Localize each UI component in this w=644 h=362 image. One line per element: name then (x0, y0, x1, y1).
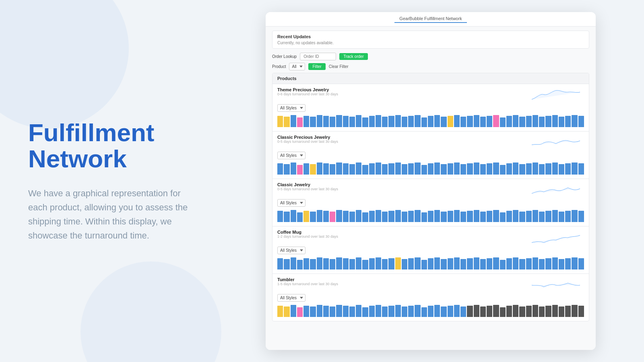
app-body[interactable]: Recent Updates Currently, no updates ava… (266, 27, 596, 350)
bar-chart-1 (277, 162, 584, 175)
sparkline-1 (532, 135, 584, 151)
product-top-row: Classic Jewelry 0-5 days turnaround over… (277, 182, 584, 198)
bar-2-46 (578, 211, 584, 222)
bar-0-28 (460, 117, 466, 127)
bar-3-32 (487, 258, 492, 269)
bar-3-14 (369, 258, 375, 269)
bar-4-43 (559, 306, 564, 317)
bar-1-5 (310, 164, 316, 175)
product-row2-2: All Styles (277, 199, 584, 207)
bar-3-35 (506, 258, 512, 269)
bar-4-28 (460, 306, 466, 317)
styles-select-4[interactable]: All Styles (277, 294, 305, 302)
product-row2-1: All Styles (277, 152, 584, 159)
bar-2-7 (323, 211, 329, 222)
bar-0-15 (376, 115, 381, 127)
product-subtitle-0: 0-6 days turnaround over last 30 days (277, 92, 338, 96)
bar-0-20 (408, 116, 414, 127)
bar-2-3 (297, 212, 303, 222)
app-header-title: GearBubble Fulfillment Network (274, 16, 588, 21)
bar-1-32 (487, 163, 492, 175)
bar-3-20 (408, 258, 414, 269)
bar-1-24 (434, 162, 440, 175)
bar-0-19 (402, 117, 407, 127)
main-description: We have a graphical representation for e… (28, 186, 201, 243)
product-filter-select[interactable]: All (289, 63, 305, 70)
bar-1-7 (323, 163, 329, 175)
bar-2-33 (493, 210, 499, 222)
bar-4-22 (421, 307, 427, 317)
bar-0-11 (349, 117, 355, 127)
product-top-row: Tumbler 1-5 days turnaround over last 30… (277, 277, 584, 293)
bar-3-28 (460, 259, 466, 269)
bar-2-17 (388, 211, 394, 222)
order-lookup-row: Order Lookup Track order (272, 53, 589, 60)
product-name-2: Classic Jewelry (277, 182, 338, 187)
styles-select-3[interactable]: All Styles (277, 247, 305, 254)
bar-chart-0 (277, 114, 584, 127)
bar-2-15 (376, 210, 381, 222)
bar-4-24 (434, 305, 440, 317)
bar-2-45 (572, 210, 577, 222)
products-section: Products Theme Precious Jewelry 0-6 days… (272, 73, 589, 321)
bar-3-10 (343, 258, 349, 269)
bar-0-39 (533, 115, 538, 127)
filter-button[interactable]: Filter (308, 63, 325, 70)
bar-1-39 (533, 162, 538, 175)
product-filter-label: Product (272, 64, 286, 69)
bar-3-22 (421, 260, 427, 269)
styles-select-1[interactable]: All Styles (277, 152, 305, 159)
styles-select-2[interactable]: All Styles (277, 199, 305, 207)
bar-3-26 (448, 258, 453, 269)
bar-2-0 (277, 211, 283, 222)
styles-select-0[interactable]: All Styles (277, 104, 305, 112)
recent-updates-message: Currently, no updates available. (277, 41, 584, 45)
heading-line1: Fulfillment (28, 119, 154, 146)
product-subtitle-2: 0-5 days turnaround over last 30 days (277, 187, 338, 191)
bar-3-33 (493, 257, 499, 269)
order-id-input[interactable] (300, 53, 336, 60)
products-container: Theme Precious Jewelry 0-6 days turnarou… (272, 84, 589, 321)
bar-1-14 (369, 163, 375, 175)
bar-1-0 (277, 163, 283, 175)
bar-1-4 (303, 163, 309, 175)
bar-1-26 (448, 163, 453, 175)
bar-1-25 (441, 164, 446, 175)
bar-4-27 (454, 305, 460, 317)
bar-0-16 (382, 117, 388, 127)
bar-4-4 (303, 306, 309, 317)
bar-0-34 (500, 117, 506, 127)
product-card-1: Classic Precious Jewelry 0-5 days turnar… (272, 132, 589, 179)
bar-0-18 (395, 115, 401, 127)
bar-4-30 (474, 305, 479, 317)
product-card-4: Tumbler 1-5 days turnaround over last 30… (272, 274, 589, 321)
bar-4-40 (539, 306, 545, 317)
bar-1-17 (388, 163, 394, 175)
bar-3-19 (402, 259, 407, 269)
bar-2-36 (513, 210, 518, 222)
bar-3-0 (277, 258, 283, 269)
bar-1-1 (284, 164, 289, 175)
bar-1-36 (513, 162, 518, 175)
bar-0-3 (297, 117, 303, 127)
clear-filter-button[interactable]: Clear Filter (329, 64, 349, 69)
bar-4-3 (297, 307, 303, 317)
bar-4-15 (376, 305, 381, 317)
bar-2-20 (408, 211, 414, 222)
bar-2-30 (474, 210, 479, 222)
bar-2-32 (487, 211, 492, 222)
bar-3-23 (428, 258, 433, 269)
bar-2-37 (519, 212, 525, 222)
bar-1-13 (362, 165, 368, 175)
bar-3-21 (415, 257, 420, 269)
bar-3-13 (362, 260, 368, 269)
left-panel: Fulfillment Network We have a graphical … (0, 95, 225, 267)
bar-3-17 (388, 258, 394, 269)
bar-4-37 (519, 306, 525, 317)
bar-2-27 (454, 210, 460, 222)
background-blob-br (80, 261, 221, 362)
bar-0-46 (578, 116, 584, 127)
bar-2-26 (448, 211, 453, 222)
track-order-button[interactable]: Track order (339, 53, 368, 60)
bar-2-24 (434, 210, 440, 222)
